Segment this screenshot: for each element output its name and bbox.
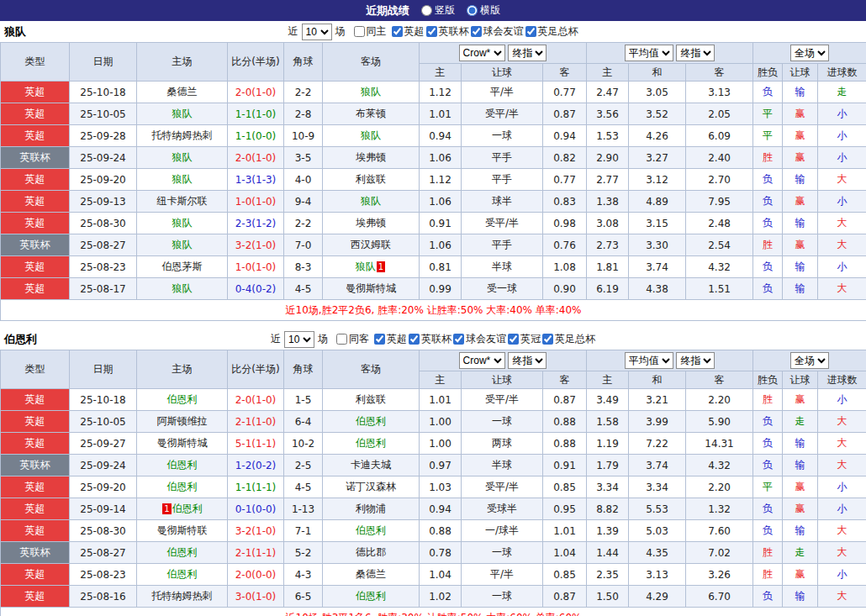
league-checkbox[interactable] <box>542 334 553 345</box>
away-team-cell[interactable]: 桑德兰 <box>323 564 420 586</box>
odds-stage-select[interactable]: 终指 <box>508 45 547 61</box>
odds-source-select[interactable]: Crow* <box>459 352 505 369</box>
league-filter[interactable]: 英足总杯 <box>542 332 595 346</box>
away-team-cell[interactable]: 狼队 <box>323 191 420 213</box>
avg-source-select[interactable]: 平均值 <box>625 352 673 369</box>
score-cell[interactable]: 2-0(1-0) <box>228 389 284 411</box>
away-team-cell[interactable]: 狼队1 <box>323 256 420 278</box>
home-team-cell[interactable]: 狼队 <box>137 213 228 234</box>
away-team-cell[interactable]: 伯恩利 <box>323 586 420 608</box>
away-team-cell[interactable]: 狼队 <box>323 82 420 103</box>
score-cell[interactable]: 2-0(1-0) <box>228 82 284 103</box>
score-cell[interactable]: 0-4(0-2) <box>228 278 284 300</box>
away-team-cell[interactable]: 利兹联 <box>323 169 420 191</box>
away-team-cell[interactable]: 德比郡 <box>323 542 420 564</box>
away-team-cell[interactable]: 狼队 <box>323 125 420 147</box>
score-cell[interactable]: 1-1(1-1) <box>228 476 284 498</box>
league-checkbox[interactable] <box>471 26 482 37</box>
away-team-cell[interactable]: 布莱顿 <box>323 103 420 125</box>
horizontal-radio[interactable] <box>467 5 478 16</box>
score-cell[interactable]: 1-0(1-0) <box>228 191 284 213</box>
league-filter[interactable]: 英冠 <box>508 332 541 346</box>
avg-stage-select[interactable]: 终指 <box>676 352 715 369</box>
home-team-cell[interactable]: 狼队 <box>137 234 228 256</box>
odds-source-select[interactable]: Crow* <box>459 45 505 61</box>
away-team-cell[interactable]: 西汉姆联 <box>323 234 420 256</box>
league-checkbox[interactable] <box>392 26 403 37</box>
away-team-cell[interactable]: 利物浦 <box>323 498 420 520</box>
score-cell[interactable]: 3-0(1-0) <box>228 586 284 608</box>
result-scope-select[interactable]: 全场 <box>790 352 829 369</box>
score-cell[interactable]: 1-1(0-0) <box>228 125 284 147</box>
home-team-cell[interactable]: 桑德兰 <box>137 82 228 103</box>
home-team-cell[interactable]: 伯恩利 <box>137 389 228 411</box>
home-team-cell[interactable]: 伯恩利 <box>137 476 228 498</box>
league-filter[interactable]: 英联杯 <box>409 332 451 346</box>
sub-header-handicap: 让球 <box>462 371 543 389</box>
same-venue-filter[interactable]: 同客 <box>336 332 369 346</box>
away-team-cell[interactable]: 卡迪夫城 <box>323 455 420 476</box>
score-cell[interactable]: 3-2(1-0) <box>228 234 284 256</box>
same-venue-checkbox[interactable] <box>336 334 347 345</box>
home-team-cell[interactable]: 狼队 <box>137 147 228 169</box>
odds-stage-select[interactable]: 终指 <box>508 352 547 369</box>
same-venue-checkbox[interactable] <box>354 26 365 37</box>
away-team-cell[interactable]: 伯恩利 <box>323 433 420 455</box>
home-team-cell[interactable]: 阿斯顿维拉 <box>137 411 228 433</box>
home-team-cell[interactable]: 伯恩利 <box>137 455 228 476</box>
score-cell[interactable]: 2-0(1-0) <box>228 147 284 169</box>
score-cell[interactable]: 1-3(1-3) <box>228 169 284 191</box>
home-team-cell[interactable]: 伯恩茅斯 <box>137 256 228 278</box>
away-team-cell[interactable]: 埃弗顿 <box>323 147 420 169</box>
home-team-cell[interactable]: 伯恩利 <box>137 564 228 586</box>
league-filter[interactable]: 英足总杯 <box>525 24 578 39</box>
league-checkbox[interactable] <box>409 334 420 345</box>
score-cell[interactable]: 2-0(0-0) <box>228 564 284 586</box>
result-scope-select[interactable]: 全场 <box>790 45 829 61</box>
away-team-cell[interactable]: 曼彻斯特城 <box>323 278 420 300</box>
away-team-cell[interactable]: 伯恩利 <box>323 411 420 433</box>
score-cell[interactable]: 1-2(0-2) <box>228 455 284 476</box>
col-header-home: 主场 <box>137 43 228 82</box>
home-team-cell[interactable]: 曼彻斯特城 <box>137 433 228 455</box>
score-cell[interactable]: 1-1(1-0) <box>228 103 284 125</box>
away-team-cell[interactable]: 诺丁汉森林 <box>323 476 420 498</box>
score-cell[interactable]: 0-1(0-0) <box>228 498 284 520</box>
home-team-cell[interactable]: 伯恩利 <box>137 542 228 564</box>
league-checkbox[interactable] <box>374 334 385 345</box>
league-checkbox[interactable] <box>426 26 437 37</box>
score-cell[interactable]: 2-3(1-2) <box>228 213 284 234</box>
away-team-cell[interactable]: 利兹联 <box>323 389 420 411</box>
layout-vertical-option[interactable]: 竖版 <box>421 3 455 18</box>
layout-horizontal-option[interactable]: 横版 <box>467 3 500 18</box>
score-cell[interactable]: 2-1(1-0) <box>228 411 284 433</box>
vertical-radio[interactable] <box>421 5 432 16</box>
same-venue-filter[interactable]: 同主 <box>354 24 387 39</box>
match-count-select[interactable]: 10 <box>284 331 314 348</box>
avg-source-select[interactable]: 平均值 <box>625 45 673 61</box>
away-team-cell[interactable]: 伯恩利 <box>323 520 420 542</box>
score-cell[interactable]: 3-2(1-0) <box>228 520 284 542</box>
league-filter[interactable]: 英超 <box>374 332 407 346</box>
score-cell[interactable]: 1-0(1-0) <box>228 256 284 278</box>
league-filter[interactable]: 球会友谊 <box>453 332 506 346</box>
score-cell[interactable]: 5-1(1-1) <box>228 433 284 455</box>
home-team-cell[interactable]: 狼队 <box>137 103 228 125</box>
league-checkbox[interactable] <box>508 334 519 345</box>
score-cell[interactable]: 2-1(1-1) <box>228 542 284 564</box>
home-team-cell[interactable]: 狼队 <box>137 169 228 191</box>
league-filter[interactable]: 英超 <box>392 24 425 39</box>
avg-stage-select[interactable]: 终指 <box>676 45 715 61</box>
league-checkbox[interactable] <box>453 334 464 345</box>
away-team-cell[interactable]: 埃弗顿 <box>323 213 420 234</box>
home-team-cell[interactable]: 纽卡斯尔联 <box>137 191 228 213</box>
home-team-cell[interactable]: 1伯恩利 <box>137 498 228 520</box>
league-checkbox[interactable] <box>525 26 536 37</box>
home-team-cell[interactable]: 托特纳姆热刺 <box>137 586 228 608</box>
league-filter[interactable]: 英联杯 <box>426 24 469 39</box>
home-team-cell[interactable]: 狼队 <box>137 278 228 300</box>
home-team-cell[interactable]: 托特纳姆热刺 <box>137 125 228 147</box>
league-filter[interactable]: 球会友谊 <box>471 24 524 39</box>
home-team-cell[interactable]: 曼彻斯特联 <box>137 520 228 542</box>
match-count-select[interactable]: 10 <box>302 24 332 40</box>
